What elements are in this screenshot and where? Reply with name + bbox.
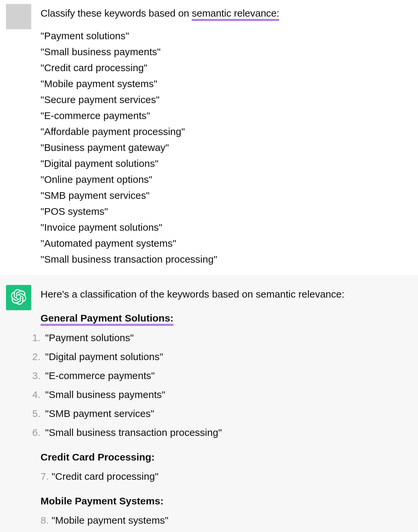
- list-text: "Digital payment solutions": [45, 347, 163, 366]
- category-heading-mobile: Mobile Payment Systems:: [41, 493, 412, 509]
- list-text: "SMB payment services": [45, 404, 154, 423]
- list-item: 3."E-commerce payments": [29, 366, 412, 385]
- keyword-item: "Credit card processing": [41, 60, 412, 76]
- prompt-highlight: semantic relevance:: [192, 8, 279, 21]
- category-heading-credit: Credit Card Processing:: [41, 449, 412, 465]
- list-item: 2."Digital payment solutions": [29, 347, 412, 366]
- keyword-item: "Affordable payment processing": [41, 124, 412, 140]
- list-number: 2.: [29, 347, 41, 366]
- category-heading-text: General Payment Solutions:: [41, 313, 173, 326]
- list-text: "Small business transaction processing": [45, 423, 222, 442]
- openai-icon: [11, 289, 27, 306]
- ai-message: Here's a classification of the keywords …: [0, 276, 418, 532]
- list-item: 4."Small business payments": [29, 385, 412, 404]
- response-intro: Here's a classification of the keywords …: [41, 286, 412, 302]
- keyword-item: "Mobile payment systems": [41, 76, 412, 92]
- list-text: "Mobile payment systems": [52, 515, 168, 526]
- keyword-item: "Payment solutions": [41, 28, 412, 44]
- category-heading-general: General Payment Solutions:: [41, 310, 412, 326]
- keyword-list: "Payment solutions" "Small business paym…: [41, 28, 412, 267]
- prompt-prefix: Classify these keywords based on: [41, 8, 192, 19]
- category-list-credit: 7. "Credit card processing": [41, 467, 412, 486]
- keyword-item: "Invoice payment solutions": [41, 219, 412, 235]
- list-number: 1.: [29, 328, 41, 347]
- category-list-general: 1."Payment solutions" 2."Digital payment…: [41, 328, 412, 442]
- list-item: 7. "Credit card processing": [41, 467, 412, 486]
- keyword-item: "Business payment gateway": [41, 140, 412, 156]
- keyword-item: "E-commerce payments": [41, 108, 412, 124]
- list-item: 6."Small business transaction processing…: [29, 423, 412, 442]
- list-number: 7.: [41, 471, 52, 482]
- list-text: "E-commerce payments": [45, 366, 155, 385]
- ai-content: Here's a classification of the keywords …: [41, 285, 412, 529]
- list-number: 8.: [41, 515, 52, 526]
- list-text: "Credit card processing": [52, 471, 158, 482]
- user-prompt: Classify these keywords based on semanti…: [41, 5, 412, 21]
- keyword-item: "Digital payment solutions": [41, 156, 412, 172]
- list-text: "Small business payments": [45, 385, 165, 404]
- list-item: 8. "Mobile payment systems": [41, 511, 412, 530]
- list-text: "Payment solutions": [45, 328, 134, 347]
- keyword-item: "Online payment options": [41, 172, 412, 188]
- user-message: Classify these keywords based on semanti…: [0, 0, 418, 276]
- user-content: Classify these keywords based on semanti…: [41, 4, 412, 267]
- list-item: 1."Payment solutions": [29, 328, 412, 347]
- ai-avatar: [6, 285, 31, 310]
- keyword-item: "POS systems": [41, 203, 412, 219]
- list-number: 4.: [29, 385, 41, 404]
- keyword-item: "Small business payments": [41, 44, 412, 60]
- user-avatar: [6, 4, 31, 29]
- list-number: 5.: [29, 404, 41, 423]
- list-number: 3.: [29, 366, 41, 385]
- category-list-mobile: 8. "Mobile payment systems": [41, 511, 412, 530]
- keyword-item: "Small business transaction processing": [41, 251, 412, 267]
- keyword-item: "Automated payment systems": [41, 235, 412, 251]
- keyword-item: "SMB payment services": [41, 188, 412, 203]
- list-number: 6.: [29, 423, 41, 442]
- keyword-item: "Secure payment services": [41, 92, 412, 108]
- list-item: 5."SMB payment services": [29, 404, 412, 423]
